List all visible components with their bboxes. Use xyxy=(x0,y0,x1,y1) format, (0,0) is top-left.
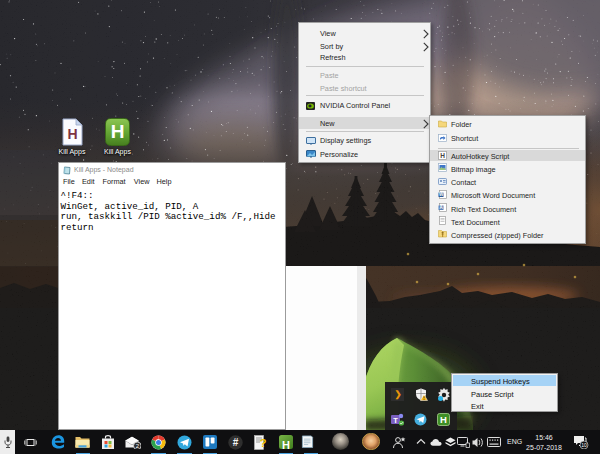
svg-text:T: T xyxy=(393,416,398,425)
svg-text:H: H xyxy=(67,126,77,142)
svg-text:H: H xyxy=(440,152,445,159)
svg-text:H: H xyxy=(440,414,447,425)
svg-text:#: # xyxy=(233,437,239,448)
svg-text:?: ? xyxy=(260,437,267,449)
svg-text:10: 10 xyxy=(581,442,587,448)
